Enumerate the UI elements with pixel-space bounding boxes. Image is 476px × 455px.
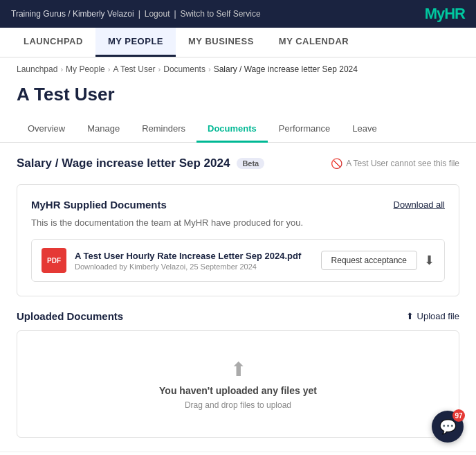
breadcrumb-documents[interactable]: Documents [163,64,205,74]
tab-reminders[interactable]: Reminders [131,116,196,143]
chat-badge: 97 [452,409,465,422]
breadcrumb-sep-2: › [108,65,111,73]
tab-overview[interactable]: Overview [17,116,76,143]
file-actions: Request acceptance ⬇ [321,251,434,270]
sep1: | [138,9,140,19]
switch-link[interactable]: Switch to Self Service [181,9,261,19]
supplied-header: MyHR Supplied Documents Download all [31,199,445,211]
breadcrumb-launchpad[interactable]: Launchpad [17,64,57,74]
tab-leave[interactable]: Leave [341,116,387,143]
doc-title-group: Salary / Wage increase letter Sep 2024 B… [17,157,264,170]
tab-performance[interactable]: Performance [268,116,341,143]
logo: MyHR [425,5,465,23]
breadcrumb-sep-4: › [208,65,211,73]
supplied-desc: This is the documentation the team at My… [31,217,445,228]
upload-icon: ⬆ [406,311,414,321]
breadcrumb: Launchpad › My People › A Test User › Do… [0,57,476,81]
uploaded-documents-section: Uploaded Documents ⬆ Upload file ⬆ You h… [17,310,459,438]
cannot-see-notice: 🚫 A Test User cannot see this file [331,158,459,169]
secondary-nav: Overview Manage Reminders Documents Perf… [0,116,476,143]
file-left: PDF A Test User Hourly Rate Increase Let… [42,248,301,273]
footer: Terms & Conditions Privacy Policy Terms … [0,452,476,455]
logout-link[interactable]: Logout [145,9,170,19]
breadcrumb-current: Salary / Wage increase letter Sep 2024 [214,64,358,74]
main-nav: LAUNCHPAD MY PEOPLE MY BUSINESS MY CALEN… [0,28,476,57]
eye-off-icon: 🚫 [331,158,342,169]
supplied-title: MyHR Supplied Documents [31,199,167,211]
file-info: A Test User Hourly Rate Increase Letter … [75,251,301,271]
beta-badge: Beta [237,158,264,169]
file-sub: Downloaded by Kimberly Velazoi, 25 Septe… [75,262,301,271]
document-header: Salary / Wage increase letter Sep 2024 B… [17,157,459,170]
upload-drop-zone[interactable]: ⬆ You haven't uploaded any files yet Dra… [17,330,459,438]
download-file-button[interactable]: ⬇ [424,253,434,268]
supplied-documents-section: MyHR Supplied Documents Download all Thi… [17,184,459,296]
pdf-icon: PDF [42,248,66,273]
file-name: A Test User Hourly Rate Increase Letter … [75,251,301,261]
tab-my-business[interactable]: MY BUSINESS [176,28,266,57]
breadcrumb-my-people[interactable]: My People [66,64,105,74]
download-all-button[interactable]: Download all [394,199,445,210]
chat-bubble[interactable]: 💬 97 [432,411,464,443]
content-area: Salary / Wage increase letter Sep 2024 B… [0,143,476,452]
breadcrumb-a-test-user[interactable]: A Test User [113,64,155,74]
breadcrumb-sep-1: › [60,65,63,73]
page-title: A Test User [0,81,476,116]
org-label: Training Gurus / Kimberly Velazoi [11,9,134,19]
cannot-see-label: A Test User cannot see this file [346,159,459,168]
chat-icon: 💬 [439,418,457,435]
upload-section-header: Uploaded Documents ⬆ Upload file [17,310,459,322]
tab-my-calendar[interactable]: MY CALENDAR [266,28,361,57]
tab-my-people[interactable]: MY PEOPLE [95,28,176,57]
breadcrumb-sep-3: › [158,65,161,73]
tab-launchpad[interactable]: LAUNCHPAD [11,28,95,57]
empty-title: You haven't uploaded any files yet [159,385,317,396]
top-bar-info: Training Gurus / Kimberly Velazoi | Logo… [11,9,261,19]
download-icon: ⬇ [424,253,434,268]
tab-manage[interactable]: Manage [76,116,131,143]
tab-documents[interactable]: Documents [196,116,268,143]
upload-file-button[interactable]: ⬆ Upload file [406,311,459,321]
doc-title: Salary / Wage increase letter Sep 2024 [17,157,230,170]
file-row: PDF A Test User Hourly Rate Increase Let… [31,239,445,282]
request-acceptance-button[interactable]: Request acceptance [321,251,417,270]
uploaded-title: Uploaded Documents [17,310,123,322]
sep2: | [174,9,176,19]
top-bar: Training Gurus / Kimberly Velazoi | Logo… [0,0,476,28]
upload-big-icon: ⬆ [230,358,246,381]
empty-sub: Drag and drop files to upload [185,400,291,410]
